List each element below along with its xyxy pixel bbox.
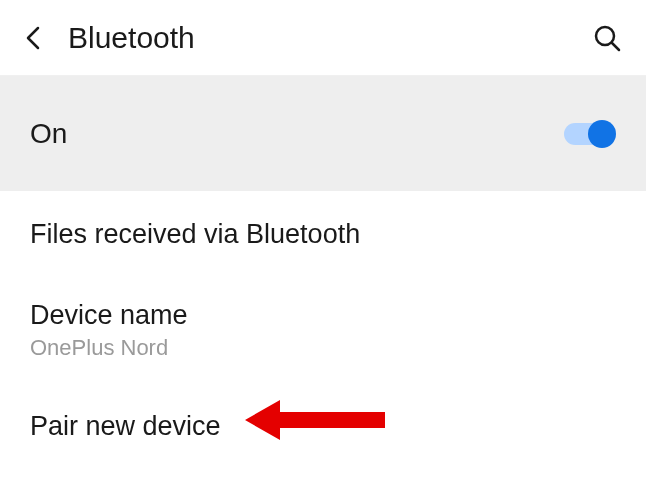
bluetooth-toggle-row[interactable]: On	[0, 76, 646, 191]
bluetooth-toggle-label: On	[30, 118, 564, 150]
files-received-row[interactable]: Files received via Bluetooth	[0, 191, 646, 278]
back-button[interactable]	[16, 16, 52, 60]
pair-new-device-row[interactable]: Pair new device	[0, 383, 646, 470]
search-button[interactable]	[584, 15, 630, 61]
pair-new-device-label: Pair new device	[30, 411, 616, 442]
svg-line-1	[612, 43, 619, 50]
search-icon	[592, 23, 622, 53]
back-icon	[24, 24, 44, 52]
device-name-value: OnePlus Nord	[30, 335, 616, 361]
page-title: Bluetooth	[68, 21, 584, 55]
device-name-row[interactable]: Device name OnePlus Nord	[0, 278, 646, 383]
header: Bluetooth	[0, 0, 646, 76]
files-received-label: Files received via Bluetooth	[30, 219, 616, 250]
device-name-label: Device name	[30, 300, 616, 331]
toggle-thumb	[588, 120, 616, 148]
bluetooth-toggle[interactable]	[564, 119, 616, 149]
